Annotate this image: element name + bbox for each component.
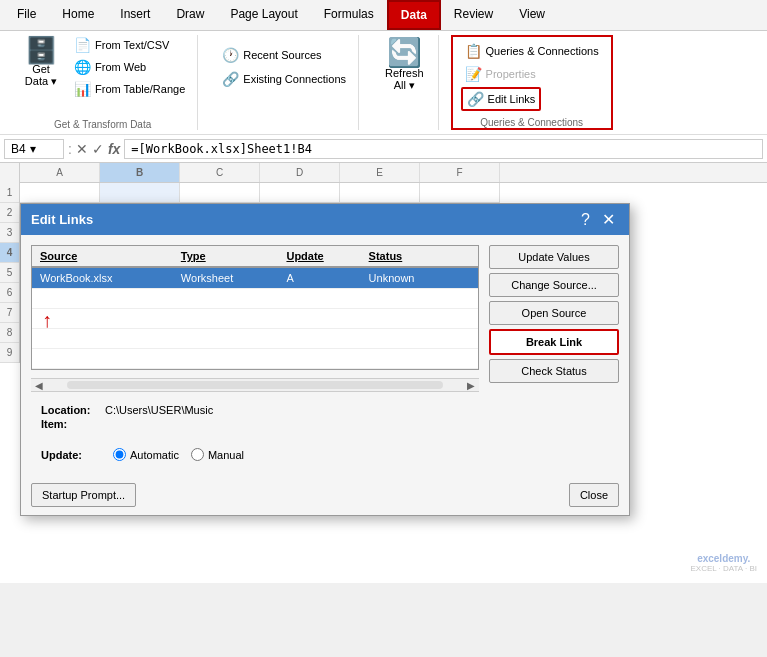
- watermark: exceldemy. EXCEL · DATA · BI: [690, 553, 757, 573]
- get-data-group-items: 🗄️ GetData ▾ 📄 From Text/CSV 🌐 From Web …: [16, 35, 189, 99]
- links-table-container: Source Type Update Status WorkBook.xlsx …: [31, 245, 479, 370]
- recent-icon: 🕐: [222, 47, 239, 63]
- table-row-empty-3: [32, 329, 478, 349]
- table-row-empty-4: [32, 349, 478, 369]
- properties-label: Properties: [486, 68, 536, 80]
- ribbon: File Home Insert Draw Page Layout Formul…: [0, 0, 767, 135]
- dialog-help-button[interactable]: ?: [577, 210, 594, 229]
- tab-pagelayout[interactable]: Page Layout: [217, 0, 310, 30]
- automatic-radio[interactable]: [113, 448, 126, 461]
- from-table-label: From Table/Range: [95, 83, 185, 95]
- ribbon-tabs: File Home Insert Draw Page Layout Formul…: [0, 0, 767, 31]
- tab-draw[interactable]: Draw: [163, 0, 217, 30]
- edit-links-label: Edit Links: [488, 93, 536, 105]
- edit-links-button[interactable]: 🔗 Edit Links: [461, 87, 542, 111]
- queries-icon: 📋: [465, 43, 482, 59]
- dialog-main: Source Type Update Status WorkBook.xlsx …: [31, 245, 479, 465]
- existing-connections-label: Existing Connections: [243, 73, 346, 85]
- csv-icon: 📄: [74, 37, 91, 53]
- tab-view[interactable]: View: [506, 0, 558, 30]
- cell-ref-dropdown[interactable]: ▾: [30, 142, 36, 156]
- tab-insert[interactable]: Insert: [107, 0, 163, 30]
- scrollbar-track: [67, 381, 443, 389]
- connections-icon: 🔗: [222, 71, 239, 87]
- manual-radio-group[interactable]: Manual: [191, 448, 244, 461]
- scroll-left-arrow[interactable]: ◀: [31, 380, 47, 391]
- dialog-title: Edit Links: [31, 212, 93, 227]
- item-label: Item:: [41, 418, 101, 430]
- insert-function-icon[interactable]: fx: [108, 141, 120, 157]
- red-arrow-indicator: ↑: [42, 309, 52, 332]
- web-icon: 🌐: [74, 59, 91, 75]
- from-table-button[interactable]: 📊 From Table/Range: [70, 79, 189, 99]
- qc-label: Queries & Connections: [480, 113, 583, 128]
- get-data-button[interactable]: 🗄️ GetData ▾: [16, 35, 66, 90]
- cell-status: Unknown: [361, 267, 478, 289]
- update-label: Update:: [41, 449, 101, 461]
- dialog-close-button[interactable]: ✕: [598, 210, 619, 229]
- dialog-body: Source Type Update Status WorkBook.xlsx …: [21, 235, 629, 475]
- tab-formulas[interactable]: Formulas: [311, 0, 387, 30]
- from-text-csv-label: From Text/CSV: [95, 39, 169, 51]
- recent-sources-button[interactable]: 🕐 Recent Sources: [218, 45, 325, 65]
- dialog-bottom: Startup Prompt... Close: [21, 475, 629, 515]
- update-values-button[interactable]: Update Values: [489, 245, 619, 269]
- queries-connections-label: Queries & Connections: [486, 45, 599, 57]
- break-link-button[interactable]: Break Link: [489, 329, 619, 355]
- table-icon: 📊: [74, 81, 91, 97]
- cancel-formula-icon[interactable]: ✕: [76, 141, 88, 157]
- tab-data[interactable]: Data: [387, 0, 441, 30]
- refresh-icon: 🔄: [387, 39, 422, 67]
- spreadsheet-area: A B C D E F 1 2 3 4 5 6 7 8 9: [0, 163, 767, 583]
- tab-review[interactable]: Review: [441, 0, 506, 30]
- get-data-label: GetData ▾: [25, 63, 57, 88]
- table-row[interactable]: WorkBook.xlsx Worksheet A Unknown: [32, 267, 478, 289]
- properties-button[interactable]: 📝 Properties: [461, 64, 540, 84]
- formula-bar: B4 ▾ : ✕ ✓ fx: [0, 135, 767, 163]
- dialog-sidebar: Update Values Change Source... Open Sour…: [489, 245, 619, 465]
- col-header-status: Status: [361, 246, 478, 267]
- cell-source: WorkBook.xlsx: [32, 267, 173, 289]
- ribbon-content: 🗄️ GetData ▾ 📄 From Text/CSV 🌐 From Web …: [0, 31, 767, 134]
- horizontal-scrollbar[interactable]: ◀ ▶: [31, 378, 479, 392]
- scroll-right-arrow[interactable]: ▶: [463, 380, 479, 391]
- formula-icons: ✕ ✓ fx: [76, 141, 120, 157]
- col-header-update: Update: [278, 246, 360, 267]
- cell-reference-box[interactable]: B4 ▾: [4, 139, 64, 159]
- update-radio-area: Update: Automatic Manual: [31, 444, 479, 465]
- automatic-radio-group[interactable]: Automatic: [113, 448, 179, 461]
- open-source-button[interactable]: Open Source: [489, 301, 619, 325]
- check-status-button[interactable]: Check Status: [489, 359, 619, 383]
- from-text-csv-button[interactable]: 📄 From Text/CSV: [70, 35, 189, 55]
- queries-connections-button[interactable]: 📋 Queries & Connections: [461, 41, 603, 61]
- manual-label: Manual: [208, 449, 244, 461]
- refresh-all-label: RefreshAll ▾: [385, 67, 424, 92]
- watermark-line1: exceldemy.: [697, 553, 750, 564]
- get-transform-label: Get & Transform Data: [54, 115, 151, 130]
- dialog-close-btn[interactable]: Close: [569, 483, 619, 507]
- edit-links-dialog: Edit Links ? ✕ Source Type: [20, 203, 630, 516]
- from-web-label: From Web: [95, 61, 146, 73]
- tab-home[interactable]: Home: [49, 0, 107, 30]
- tab-file[interactable]: File: [4, 0, 49, 30]
- confirm-formula-icon[interactable]: ✓: [92, 141, 104, 157]
- change-source-button[interactable]: Change Source...: [489, 273, 619, 297]
- database-icon: 🗄️: [25, 37, 57, 63]
- qc-items: 📋 Queries & Connections 📝 Properties 🔗 E…: [461, 37, 603, 111]
- manual-radio[interactable]: [191, 448, 204, 461]
- links-table-head: Source Type Update Status: [32, 246, 478, 267]
- table-row-empty-1: [32, 289, 478, 309]
- dialog-overlay: Edit Links ? ✕ Source Type: [0, 163, 767, 583]
- watermark-line2: EXCEL · DATA · BI: [690, 564, 757, 573]
- location-value: C:\Users\USER\Music: [105, 404, 213, 416]
- properties-icon: 📝: [465, 66, 482, 82]
- connections-items: 🕐 Recent Sources 🔗 Existing Connections: [218, 35, 350, 89]
- formula-input[interactable]: [124, 139, 763, 159]
- group-connections: 🕐 Recent Sources 🔗 Existing Connections: [210, 35, 359, 130]
- existing-connections-button[interactable]: 🔗 Existing Connections: [218, 69, 350, 89]
- from-web-button[interactable]: 🌐 From Web: [70, 57, 189, 77]
- item-row: Item:: [41, 418, 469, 430]
- refresh-all-button[interactable]: 🔄 RefreshAll ▾: [379, 35, 430, 94]
- startup-prompt-button[interactable]: Startup Prompt...: [31, 483, 136, 507]
- dialog-titlebar: Edit Links ? ✕: [21, 204, 629, 235]
